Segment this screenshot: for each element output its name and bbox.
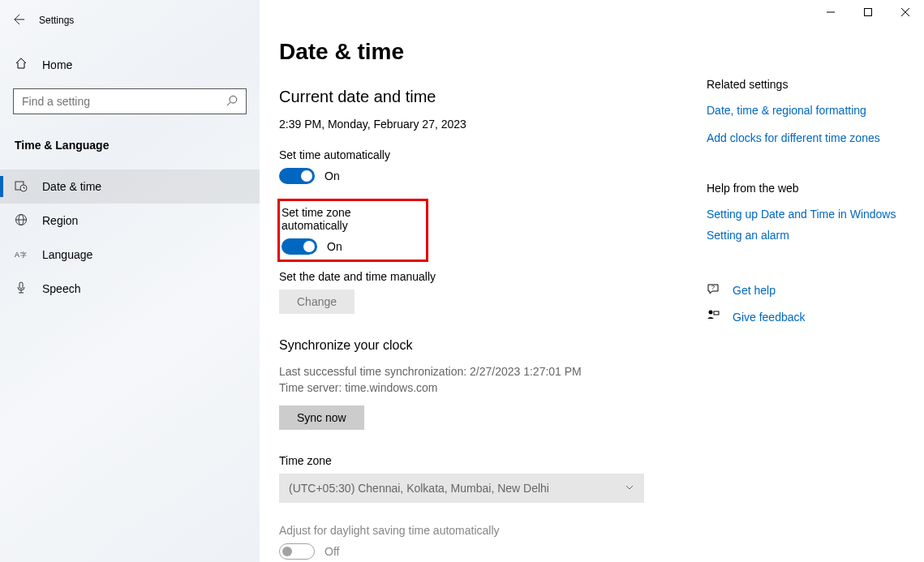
sidebar-item-language[interactable]: A字 Language xyxy=(0,238,260,272)
daylight-toggle[interactable] xyxy=(279,543,315,560)
microphone-icon xyxy=(15,281,31,297)
content-area: Date & time Current date and time 2:39 P… xyxy=(260,0,924,562)
give-feedback-label: Give feedback xyxy=(733,311,806,324)
daylight-state: Off xyxy=(324,545,339,558)
daylight-row: Off xyxy=(279,543,685,560)
right-rail: Related settings Date, time & regional f… xyxy=(707,78,901,336)
search-wrap xyxy=(0,88,260,114)
svg-rect-15 xyxy=(19,282,23,289)
content-main: Current date and time 2:39 PM, Monday, F… xyxy=(279,88,685,560)
nav-label: Region xyxy=(42,214,78,227)
nav-label: Date & time xyxy=(42,180,101,193)
calendar-clock-icon xyxy=(15,179,31,195)
svg-text:字: 字 xyxy=(20,251,27,258)
help-web-header: Help from the web xyxy=(707,182,901,195)
chat-help-icon: ? xyxy=(707,282,721,298)
toggle-knob xyxy=(301,170,312,182)
related-link-clocks[interactable]: Add clocks for different time zones xyxy=(707,131,901,144)
sidebar-item-region[interactable]: Region xyxy=(0,204,260,238)
nav-label: Language xyxy=(42,248,92,261)
globe-icon xyxy=(15,213,31,229)
set-time-auto-row: On xyxy=(279,168,685,184)
get-help-row[interactable]: ? Get help xyxy=(707,282,901,298)
set-time-auto-label: Set time automatically xyxy=(279,148,685,161)
toggle-knob xyxy=(303,241,315,252)
change-button[interactable]: Change xyxy=(279,290,355,314)
timezone-value: (UTC+05:30) Chennai, Kolkata, Mumbai, Ne… xyxy=(289,482,549,495)
svg-rect-20 xyxy=(714,311,719,315)
set-time-auto-state: On xyxy=(324,169,340,182)
sync-header: Synchronize your clock xyxy=(279,338,685,353)
current-datetime-value: 2:39 PM, Monday, February 27, 2023 xyxy=(279,118,685,131)
feedback-icon xyxy=(707,309,721,324)
search-icon xyxy=(226,95,238,109)
current-datetime-header: Current date and time xyxy=(279,88,685,106)
set-tz-auto-state: On xyxy=(327,240,342,253)
sidebar: Settings Home Time & Language Date & tim… xyxy=(0,0,260,562)
home-icon xyxy=(15,57,31,72)
sync-server: Time server: time.windows.com xyxy=(279,380,685,397)
sidebar-item-speech[interactable]: Speech xyxy=(0,272,260,306)
page-title: Date & time xyxy=(279,39,924,65)
settings-window: Settings Home Time & Language Date & tim… xyxy=(0,0,924,562)
help-link-datetime[interactable]: Setting up Date and Time in Windows xyxy=(707,208,901,221)
language-icon: A字 xyxy=(15,247,31,263)
search-box[interactable] xyxy=(13,88,247,114)
set-time-auto-toggle[interactable] xyxy=(279,168,315,184)
svg-line-5 xyxy=(227,102,230,105)
set-tz-auto-row: On xyxy=(281,238,419,255)
set-tz-auto-label: Set time zone automatically xyxy=(281,206,419,232)
search-input[interactable] xyxy=(22,95,226,108)
set-tz-auto-toggle[interactable] xyxy=(281,238,317,255)
get-help-label: Get help xyxy=(733,284,776,297)
related-link-formatting[interactable]: Date, time & regional formatting xyxy=(707,104,901,117)
manual-label: Set the date and time manually xyxy=(279,270,685,283)
sync-last: Last successful time synchronization: 2/… xyxy=(279,364,685,380)
help-link-alarm[interactable]: Setting an alarm xyxy=(707,229,901,242)
svg-point-19 xyxy=(709,311,713,315)
home-label: Home xyxy=(42,58,72,71)
toggle-knob xyxy=(282,547,292,556)
category-header: Time & Language xyxy=(0,139,260,152)
highlight-annotation: Set time zone automatically On xyxy=(277,199,428,262)
titlebar-label: Settings xyxy=(39,15,74,26)
sidebar-item-date-time[interactable]: Date & time xyxy=(0,169,260,204)
daylight-label: Adjust for daylight saving time automati… xyxy=(279,524,685,537)
related-settings-header: Related settings xyxy=(707,78,901,91)
svg-text:?: ? xyxy=(711,285,715,290)
back-button[interactable] xyxy=(0,14,39,28)
sidebar-home[interactable]: Home xyxy=(0,49,260,80)
svg-point-4 xyxy=(230,96,237,103)
chevron-down-icon xyxy=(625,483,634,495)
give-feedback-row[interactable]: Give feedback xyxy=(707,309,901,324)
svg-text:A: A xyxy=(15,250,19,258)
timezone-label: Time zone xyxy=(279,454,685,467)
titlebar: Settings xyxy=(0,6,260,34)
timezone-dropdown[interactable]: (UTC+05:30) Chennai, Kolkata, Mumbai, Ne… xyxy=(279,474,644,503)
sync-now-button[interactable]: Sync now xyxy=(279,405,364,430)
nav-label: Speech xyxy=(42,282,80,295)
